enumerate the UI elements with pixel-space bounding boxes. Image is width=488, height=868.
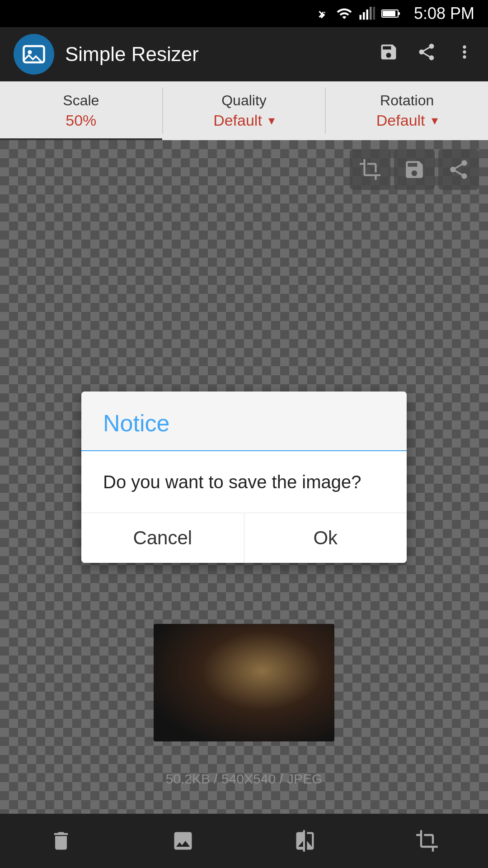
dialog-title: Notice: [103, 410, 169, 436]
dialog-message: Do you want to save the image?: [103, 472, 361, 492]
status-bar: 5:08 PM: [0, 0, 488, 27]
dialog-buttons: Cancel Ok: [81, 513, 407, 563]
app-logo-icon: [22, 42, 46, 66]
dialog-overlay: Notice Do you want to save the image? Ca…: [0, 140, 488, 814]
svg-rect-0: [359, 15, 361, 20]
compare-button[interactable]: [287, 823, 323, 859]
crop-button[interactable]: [409, 823, 445, 859]
battery-icon: [381, 5, 401, 22]
more-options-button[interactable]: [455, 42, 474, 66]
tab-rotation[interactable]: Rotation Default: [326, 81, 488, 140]
svg-rect-6: [398, 12, 400, 15]
status-time: 5:08 PM: [414, 4, 474, 23]
app-logo: [14, 34, 54, 75]
tab-rotation-label: Rotation: [380, 92, 434, 109]
cancel-button[interactable]: Cancel: [81, 513, 244, 563]
wifi-icon: [336, 5, 352, 22]
dialog-title-area: Notice: [81, 392, 407, 450]
gallery-button[interactable]: [165, 823, 201, 859]
tab-scale[interactable]: Scale 50%: [0, 81, 162, 140]
canvas-area: 50.2KB / 540X540 / JPEG Notice Do you wa…: [0, 140, 488, 814]
tab-quality-label: Quality: [221, 92, 267, 109]
delete-button[interactable]: [43, 823, 79, 859]
tab-quality[interactable]: Quality Default: [163, 81, 325, 140]
bottom-nav: [0, 814, 488, 868]
app-title: Simple Resizer: [65, 43, 368, 66]
share-button[interactable]: [417, 42, 436, 66]
tab-scale-value: 50%: [66, 112, 96, 129]
svg-rect-8: [24, 46, 44, 62]
status-icons: [314, 5, 401, 22]
tab-rotation-value: Default: [376, 112, 438, 129]
ok-button[interactable]: Ok: [244, 513, 407, 563]
signal-icon: [359, 5, 375, 22]
app-bar: Simple Resizer: [0, 27, 488, 81]
bluetooth-icon: [314, 5, 330, 22]
svg-rect-2: [366, 9, 368, 20]
tab-scale-label: Scale: [63, 92, 99, 109]
svg-rect-3: [370, 7, 372, 20]
svg-rect-4: [373, 7, 375, 20]
save-button[interactable]: [379, 42, 399, 66]
svg-rect-1: [363, 12, 365, 20]
svg-point-9: [28, 50, 32, 54]
svg-rect-7: [383, 11, 395, 16]
dialog-body: Do you want to save the image?: [81, 451, 407, 513]
tabs-bar: Scale 50% Quality Default Rotation Defau…: [0, 81, 488, 140]
app-bar-actions: [379, 42, 474, 66]
notice-dialog: Notice Do you want to save the image? Ca…: [81, 392, 407, 563]
tab-quality-value: Default: [213, 112, 275, 129]
